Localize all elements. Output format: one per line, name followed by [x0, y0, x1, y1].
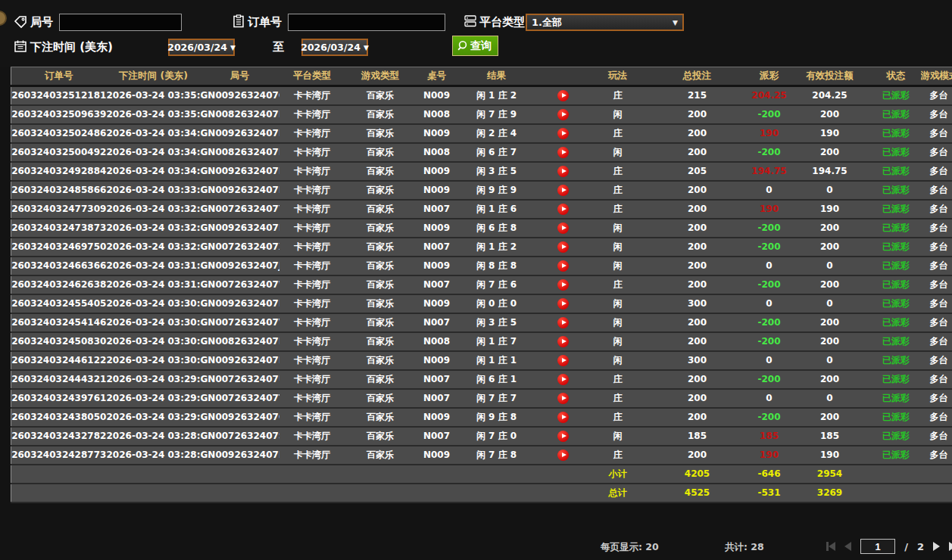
column-header: 桌号: [416, 67, 458, 86]
play-icon[interactable]: [557, 128, 569, 139]
result-cell: 闲 6 庄 8: [458, 219, 535, 238]
status-cell: 已派彩: [872, 408, 921, 427]
next-page-button[interactable]: [933, 542, 940, 551]
valid-bet-cell: 0: [788, 351, 872, 370]
play-icon[interactable]: [557, 355, 569, 366]
drawer-handle[interactable]: [0, 11, 7, 26]
bet-side-cell: 庄: [591, 181, 645, 200]
bet-side-cell: 闲: [591, 427, 645, 446]
table-row: 260324032502486 2026-03-24 03:34:56 GN00…: [11, 124, 952, 143]
total-bet-cell: 200: [645, 238, 751, 257]
play-icon[interactable]: [557, 431, 569, 442]
valid-bet-cell: 200: [788, 408, 872, 427]
play-icon[interactable]: [557, 204, 569, 215]
date-to-picker[interactable]: 2026/03/24 ▼: [301, 39, 368, 56]
platform-cell: 卡卡湾厅: [279, 294, 345, 313]
bet-side-cell: 庄: [591, 162, 645, 181]
total-bet-cell: 200: [645, 446, 751, 465]
order-number-cell: 260324032462638: [11, 275, 107, 294]
page-number-input[interactable]: [860, 539, 895, 554]
valid-bet-cell: 0: [788, 257, 872, 275]
play-icon[interactable]: [557, 260, 569, 272]
play-icon[interactable]: [557, 317, 569, 328]
result-cell: 闲 1 庄 6: [458, 200, 535, 219]
round-number-input[interactable]: [59, 14, 182, 31]
play-icon[interactable]: [557, 166, 569, 177]
table-number-cell: N009: [416, 86, 458, 105]
subtotal-payout: -646: [751, 465, 788, 484]
order-number-cell: 260324032502486: [11, 124, 107, 143]
payout-cell: -200: [751, 219, 788, 238]
replay-cell: [535, 257, 591, 275]
replay-cell: [535, 294, 591, 313]
table-number-cell: N009: [416, 294, 458, 313]
play-icon[interactable]: [557, 412, 569, 423]
play-icon[interactable]: [557, 90, 569, 101]
total-bet-cell: 200: [645, 257, 751, 275]
game-type-cell: 百家乐: [345, 238, 416, 257]
total-pages: 2: [917, 541, 924, 552]
status-cell: 已派彩: [872, 162, 921, 181]
result-cell: 闲 1 庄 2: [458, 238, 535, 257]
play-icon[interactable]: [557, 109, 569, 120]
payout-cell: 0: [751, 351, 788, 370]
play-icon[interactable]: [557, 336, 569, 347]
round-number-cell: GN0072632407S: [201, 427, 279, 446]
round-number-cell: GN0082632407F: [201, 332, 279, 351]
play-icon[interactable]: [557, 393, 569, 404]
grand-total-label: 总计: [591, 484, 645, 502]
play-icon[interactable]: [557, 298, 569, 310]
round-number-cell: GN0072632407U: [201, 370, 279, 389]
total-bet-cell: 200: [645, 275, 751, 294]
grand-total-row: 总计 4525 -531 3269: [11, 484, 952, 502]
bet-side-cell: 庄: [591, 446, 645, 465]
pagination-footer: 每页显示: 20 共计: 28 / 2: [0, 535, 952, 560]
play-icon[interactable]: [557, 279, 569, 291]
date-from-picker[interactable]: 2026/03/24 ▼: [168, 39, 235, 56]
table-number-cell: N009: [416, 181, 458, 200]
tag-icon: [14, 15, 27, 29]
bet-time-cell: 2026-03-24 03:30:26: [107, 332, 201, 351]
search-button[interactable]: 查询: [452, 36, 498, 56]
last-page-button[interactable]: [949, 542, 952, 551]
search-icon: [457, 40, 468, 51]
game-mode-cell: 多台: [921, 105, 952, 124]
first-page-button[interactable]: [826, 542, 835, 551]
bet-time-cell: 2026-03-24 03:29:55: [107, 370, 201, 389]
total-bet-cell: 200: [645, 389, 751, 408]
platform-type-select[interactable]: 1.全部 ▼: [526, 14, 684, 31]
total-bet-cell: 300: [645, 351, 751, 370]
game-mode-cell: 多台: [921, 351, 952, 370]
result-cell: 闲 7 庄 9: [458, 105, 535, 124]
prev-page-button[interactable]: [844, 542, 851, 551]
table-row: 260324032473873 2026-03-24 03:32:29 GN00…: [11, 219, 952, 238]
round-number-cell: GN0072632407Y: [201, 200, 279, 219]
play-icon[interactable]: [557, 185, 569, 196]
order-number-cell: 260324032469750: [11, 238, 107, 257]
round-number-cell: GN0092632407I: [201, 294, 279, 313]
valid-bet-cell: 190: [788, 446, 872, 465]
replay-cell: [535, 86, 591, 105]
subtotal-label: 小计: [591, 465, 645, 484]
play-icon[interactable]: [557, 450, 569, 461]
play-icon[interactable]: [557, 147, 569, 158]
status-cell: 已派彩: [872, 427, 921, 446]
order-number-cell: 260324032428773: [11, 446, 107, 465]
play-icon[interactable]: [557, 222, 569, 234]
table-number-cell: N009: [416, 162, 458, 181]
game-mode-cell: 多台: [921, 332, 952, 351]
play-icon[interactable]: [557, 241, 569, 253]
result-cell: 闲 9 庄 9: [458, 181, 535, 200]
replay-cell: [535, 219, 591, 238]
round-number-cell: GN0092632407J: [201, 257, 279, 275]
platform-cell: 卡卡湾厅: [279, 427, 345, 446]
result-cell: 闲 7 庄 6: [458, 275, 535, 294]
total-bet-cell: 185: [645, 427, 751, 446]
status-cell: 已派彩: [872, 332, 921, 351]
platform-type-icon: [464, 14, 477, 28]
status-cell: 已派彩: [872, 105, 921, 124]
order-number-input[interactable]: [288, 14, 445, 31]
replay-cell: [535, 200, 591, 219]
bet-time-cell: 2026-03-24 03:30:04: [107, 351, 201, 370]
play-icon[interactable]: [557, 374, 569, 385]
